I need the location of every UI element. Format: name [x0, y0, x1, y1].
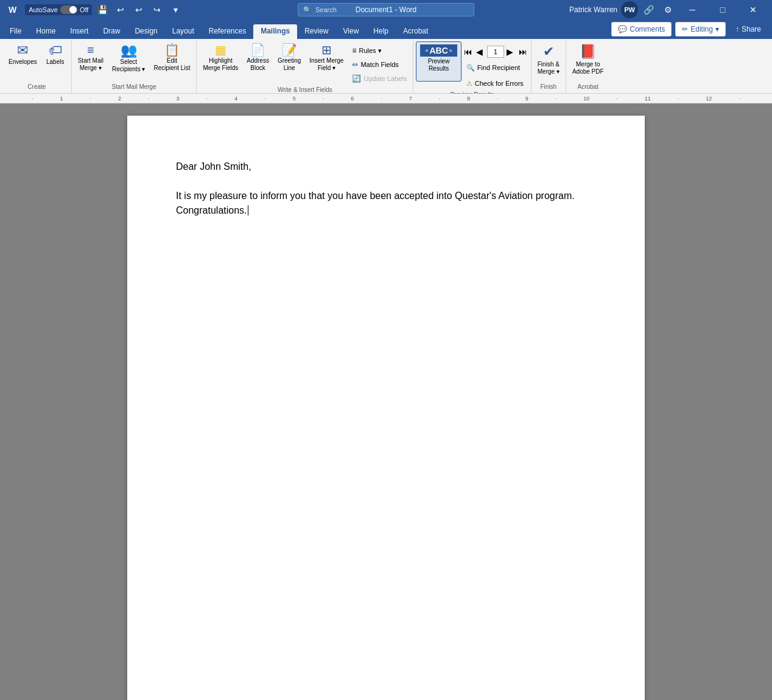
finish-merge-button[interactable]: ✔ Finish &Merge ▾	[534, 41, 563, 82]
save-button[interactable]: 💾	[94, 2, 110, 18]
doc-line2	[176, 174, 596, 189]
nav-last-button[interactable]: ⏭	[518, 45, 528, 58]
ruler-mark: ·	[678, 96, 679, 102]
nav-controls: ⏮ ◀ ▶ ⏭	[463, 45, 528, 58]
search-icon: 🔍	[303, 6, 312, 14]
undo-arrow[interactable]: ↩	[131, 2, 147, 18]
doc-line3[interactable]: It is my pleasure to inform you that you…	[176, 189, 596, 218]
editing-button[interactable]: ✏ Editing ▾	[675, 22, 726, 37]
document-area[interactable]: Dear John Smith, It is my pleasure to in…	[0, 103, 772, 700]
envelopes-button[interactable]: ✉ Envelopes	[5, 41, 41, 82]
customize-qat-button[interactable]: ▾	[167, 2, 183, 18]
user-name: Patrick Warren	[569, 5, 617, 14]
match-fields-button[interactable]: ⇔ Match Fields	[348, 58, 410, 71]
ruler-mark-11: 11	[645, 96, 651, 102]
nav-prev-button[interactable]: ◀	[475, 45, 486, 58]
minimize-icon: ─	[689, 5, 695, 15]
tab-insert[interactable]: Insert	[63, 24, 96, 39]
title-bar-right: Patrick Warren PW 🔗 ⚙ ─ □ ✕	[474, 0, 767, 19]
minimize-button[interactable]: ─	[678, 0, 706, 19]
settings-icon-btn[interactable]: ⚙	[660, 2, 676, 18]
labels-button[interactable]: 🏷 Labels	[42, 41, 69, 82]
ruler-mark: ·	[264, 96, 266, 102]
merge-to-adobe-pdf-button[interactable]: 📕 Merge toAdobe PDF	[569, 41, 608, 82]
rules-button[interactable]: ≡ Rules ▾	[348, 44, 410, 57]
nav-page-input[interactable]	[487, 46, 504, 58]
tab-review[interactable]: Review	[297, 24, 335, 39]
select-recipients-button[interactable]: 👥 SelectRecipients ▾	[108, 41, 149, 82]
tab-design[interactable]: Design	[127, 24, 164, 39]
edit-recipient-list-button[interactable]: 📋 EditRecipient List	[150, 41, 194, 82]
highlight-merge-fields-icon: ▦	[215, 44, 226, 56]
ribbon-tab-bar: File Home Insert Draw Design Layout Refe…	[0, 19, 772, 39]
highlight-merge-fields-button[interactable]: ▦ HighlightMerge Fields	[199, 41, 242, 82]
autosave-switch[interactable]	[60, 5, 77, 14]
write-insert-small-buttons: ≡ Rules ▾ ⇔ Match Fields 🔄 Update Labels	[348, 41, 410, 85]
ruler-mark: ·	[439, 96, 441, 102]
doc-line1[interactable]: Dear John Smith,	[176, 159, 596, 174]
address-block-button[interactable]: 📄 AddressBlock	[243, 41, 273, 82]
redo-button[interactable]: ↪	[149, 2, 165, 18]
tab-help[interactable]: Help	[366, 24, 396, 39]
insert-merge-field-button[interactable]: ⊞ Insert MergeField ▾	[306, 41, 347, 82]
tab-view[interactable]: View	[336, 24, 367, 39]
nav-first-button[interactable]: ⏮	[463, 45, 474, 58]
ruler-mark: ·	[381, 96, 382, 102]
ruler-mark: ·	[497, 96, 499, 102]
tab-draw[interactable]: Draw	[96, 24, 127, 39]
ruler-mark-1: 1	[60, 96, 63, 102]
tab-references[interactable]: References	[202, 24, 253, 39]
update-labels-button[interactable]: 🔄 Update Labels	[348, 72, 410, 85]
tab-home[interactable]: Home	[29, 24, 63, 39]
ruler-mark: ·	[739, 96, 740, 102]
greeting-line-button[interactable]: 📝 GreetingLine	[274, 41, 304, 82]
ruler-mark-7: 7	[409, 96, 412, 102]
create-group-label: Create	[5, 82, 69, 92]
check-for-errors-button[interactable]: ⚠ Check for Errors	[463, 77, 528, 90]
finish-merge-icon-container: ✔	[543, 44, 554, 60]
preview-results-button[interactable]: « ABC » PreviewResults	[416, 41, 461, 82]
user-info: Patrick Warren PW	[569, 1, 638, 18]
group-finish: ✔ Finish &Merge ▾ Finish	[532, 40, 566, 93]
ruler-mark: ·	[555, 96, 557, 102]
find-recipient-icon: 🔍	[466, 64, 475, 72]
close-button[interactable]: ✕	[739, 0, 767, 19]
title-bar-left: W AutoSave Off 💾 ↩ ↩ ↪ ▾	[5, 2, 298, 18]
share-button[interactable]: ↑ Share	[729, 23, 767, 36]
autosave-toggle[interactable]: AutoSave Off	[25, 4, 92, 15]
find-recipient-button[interactable]: 🔍 Find Recipient	[463, 61, 528, 74]
acrobat-group-label: Acrobat	[569, 82, 608, 92]
nav-next-button[interactable]: ▶	[505, 45, 516, 58]
document-page[interactable]: Dear John Smith, It is my pleasure to in…	[127, 116, 645, 700]
share-icon-btn[interactable]: 🔗	[640, 2, 656, 18]
autosave-label: AutoSave	[29, 6, 58, 13]
tab-mailings[interactable]: Mailings	[253, 24, 297, 39]
user-avatar[interactable]: PW	[621, 1, 638, 18]
group-acrobat: 📕 Merge toAdobe PDF Acrobat	[566, 40, 610, 93]
tab-layout[interactable]: Layout	[165, 24, 202, 39]
group-write-insert: ▦ HighlightMerge Fields 📄 AddressBlock 📝…	[197, 40, 413, 93]
comments-button[interactable]: 💬 Comments	[611, 22, 672, 37]
find-recipient-label: Find Recipient	[477, 64, 520, 71]
text-cursor: ​	[248, 205, 248, 215]
ruler-mark-5: 5	[293, 96, 296, 102]
ruler-mark: ·	[616, 96, 618, 102]
share-label: Share	[742, 25, 761, 33]
group-create: ✉ Envelopes 🏷 Labels Create	[2, 40, 72, 93]
ruler-content: · 1 · 2 · 3 · 4 · 5 · 6 · 7 · 8 · 9 · 10…	[0, 94, 772, 103]
start-mail-merge-icon: ≡	[87, 44, 94, 56]
ruler-mark-10: 10	[583, 96, 589, 102]
envelopes-icon: ✉	[17, 44, 28, 57]
labels-label: Labels	[46, 58, 64, 66]
greeting-line-icon: 📝	[282, 44, 297, 56]
ruler-mark: ·	[90, 96, 92, 102]
restore-button[interactable]: □	[709, 0, 737, 19]
start-mail-merge-button[interactable]: ≡ Start MailMerge ▾	[74, 41, 107, 82]
tab-file[interactable]: File	[2, 24, 29, 39]
restore-icon: □	[720, 5, 725, 15]
tab-acrobat[interactable]: Acrobat	[396, 24, 435, 39]
ruler-mark-4: 4	[234, 96, 237, 102]
ruler-mark-2: 2	[118, 96, 121, 102]
undo-button[interactable]: ↩	[113, 2, 128, 18]
create-buttons: ✉ Envelopes 🏷 Labels	[5, 41, 69, 82]
